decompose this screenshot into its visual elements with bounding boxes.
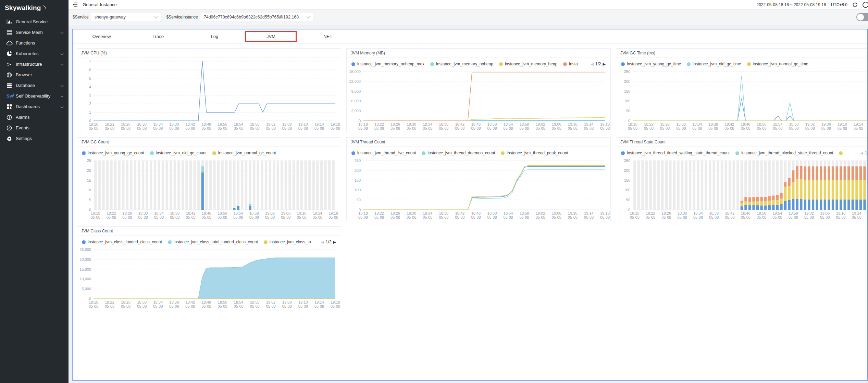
legend-item[interactable]: instance_jvm_thread_daemon_count: [422, 151, 495, 155]
svg-text:18:50: 18:50: [757, 122, 767, 126]
svg-text:19:02: 19:02: [265, 211, 275, 215]
legend-prev-icon[interactable]: ◀: [591, 62, 593, 66]
svg-text:05-08: 05-08: [201, 304, 211, 308]
legend-label: instance_jvm_memory_noheap_max: [357, 62, 424, 66]
tab-trace[interactable]: Trace: [130, 31, 186, 42]
svg-text:18:26: 18:26: [390, 211, 400, 215]
legend-dot-icon: [422, 151, 425, 155]
legend-item[interactable]: instance_jvm_thread_live_count: [351, 151, 416, 155]
svg-text:05-08: 05-08: [455, 126, 464, 130]
chart-plot-jvm-gc-count[interactable]: 051015202518:1805-0818:2205-0818:2605-08…: [77, 157, 340, 221]
svg-text:18:42: 18:42: [725, 122, 734, 126]
legend-item[interactable]: instance_jvm_normal_gc_count: [212, 151, 276, 155]
legend-next-icon[interactable]: ▶: [603, 62, 606, 66]
svg-text:250: 250: [624, 69, 630, 74]
legend-pagination: ◀1/2▶: [319, 240, 336, 244]
legend-dot-icon: [168, 240, 172, 244]
legend-item[interactable]: instance_jvm_memory_noheap_max: [351, 62, 424, 66]
svg-text:18:26: 18:26: [121, 122, 131, 126]
sidebar-item-alarms[interactable]: Alarms: [0, 112, 69, 123]
tab-net[interactable]: .NET: [299, 31, 356, 42]
legend-prev-icon[interactable]: ◀: [860, 151, 863, 155]
time-range-picker[interactable]: 2022-05-08 18:18 ~ 2022-05-08 19:18: [756, 2, 826, 7]
tab-jvm[interactable]: JVM: [245, 31, 297, 42]
sidebar-item-service-mesh[interactable]: Service Mesh: [0, 27, 69, 38]
sidebar-item-label: Database: [16, 83, 60, 88]
chart-card-jvm-thread-state-count: JVM Thread State Countinstance_jvm_threa…: [616, 137, 868, 221]
sidebar-item-functions[interactable]: Functions: [0, 38, 69, 48]
chevron-down-icon: [60, 104, 64, 109]
chart-plot-jvm-cpu[interactable]: 0123456718:1805-0818:2205-0818:2605-0818…: [77, 58, 340, 132]
svg-text:05-08: 05-08: [331, 304, 340, 308]
svg-text:05-08: 05-08: [390, 215, 400, 219]
svg-text:05-08: 05-08: [170, 215, 179, 219]
tab-overview[interactable]: Overview: [73, 31, 130, 42]
auto-refresh-toggle[interactable]: [856, 13, 868, 21]
svg-text:05-08: 05-08: [692, 126, 702, 130]
legend-item[interactable]: instance_jvm_old_gc_time: [687, 62, 741, 66]
chart-plot-jvm-thread-state-count[interactable]: 05010015020025018:1805-0818:2205-0818:26…: [616, 157, 868, 221]
svg-text:05-08: 05-08: [328, 215, 338, 219]
service-label: $Service: [73, 15, 89, 20]
legend-item[interactable]: instance_jvm_memory_noheap: [430, 62, 493, 66]
svg-text:19:10: 19:10: [298, 300, 308, 304]
collapse-sidebar-icon[interactable]: [73, 2, 78, 7]
chart-plot-jvm-class-count[interactable]: 05,00010,00015,00020,00025,00018:1805-08…: [77, 246, 340, 310]
chevron-down-icon: [60, 30, 64, 35]
legend-item[interactable]: instance_jvm_class_to: [264, 240, 311, 244]
legend-label: instance_jvm_class_to: [270, 240, 311, 244]
sidebar-item-events[interactable]: Events: [0, 123, 69, 133]
legend-item[interactable]: instance_jvm_young_gc_count: [82, 151, 144, 155]
svg-text:19:18: 19:18: [331, 300, 340, 304]
chart-plot-jvm-gc-time[interactable]: 05010015020025018:1805-0818:2205-0818:26…: [616, 68, 868, 132]
sidebar-item-label: Dashboards: [16, 104, 60, 109]
svg-text:200: 200: [624, 168, 630, 173]
instance-select[interactable]: 74d96c778c694c6b9b6322c62d55b765@192.168: [200, 13, 313, 22]
sidebar-item-browser[interactable]: Browser: [0, 69, 69, 80]
legend-item[interactable]: instance_jvm_normal_gc_time: [747, 62, 808, 66]
tab-log[interactable]: Log: [186, 31, 243, 42]
legend-item[interactable]: instance_jvm_old_gc_count: [150, 151, 207, 155]
refresh-icon[interactable]: [852, 2, 858, 8]
legend-item[interactable]: instance_jvm_class_total_loaded_class_co…: [168, 240, 258, 244]
sidebar-item-self-observability[interactable]: Sw)Self Observability: [0, 91, 69, 101]
sidebar-item-kubernetes[interactable]: Kubernetes: [0, 48, 69, 59]
legend-item[interactable]: instance_jvm_thread_peak_count: [501, 151, 568, 155]
cloud-icon: [7, 41, 16, 46]
sidebar-item-settings[interactable]: Settings: [0, 133, 69, 144]
timezone-label[interactable]: UTC+8:0: [831, 2, 847, 7]
legend-item[interactable]: instance_jvm_thread_blocked_state_thread…: [735, 151, 833, 155]
legend-item[interactable]: instance_jvm_thread_timed_waiting_state_…: [621, 151, 730, 155]
svg-text:2: 2: [89, 102, 91, 106]
svg-text:05-08: 05-08: [121, 304, 131, 308]
svg-text:18:38: 18:38: [439, 211, 449, 215]
sidebar-item-database[interactable]: Database: [0, 80, 69, 91]
legend-item[interactable]: insta: [563, 62, 578, 66]
legend-dot-icon: [82, 151, 86, 155]
sidebar-item-infrastructure[interactable]: Infrastructure: [0, 59, 69, 69]
chart-plot-jvm-memory[interactable]: 03,0006,0009,00012,00015,00018:1805-0818…: [347, 68, 610, 132]
legend-prev-icon[interactable]: ◀: [321, 240, 324, 244]
svg-text:18:54: 18:54: [234, 211, 243, 215]
sidebar-item-dashboards[interactable]: Dashboards: [0, 101, 69, 112]
legend-item[interactable]: instance_jvm_class_loaded_class_count: [82, 240, 162, 244]
legend-next-icon[interactable]: ▶: [333, 240, 336, 244]
sidebar-item-general-service[interactable]: General Service: [0, 16, 69, 27]
svg-text:18:50: 18:50: [487, 122, 497, 126]
legend-label: instance_jvm_old_gc_time: [693, 62, 741, 66]
app-logo[interactable]: Skywalking: [0, 0, 69, 16]
svg-text:18:50: 18:50: [487, 211, 497, 215]
legend-label: instance_jvm_thread_blocked_state_thread…: [741, 151, 833, 155]
svg-text:50: 50: [626, 198, 630, 202]
chevron-down-icon: [60, 93, 64, 99]
legend-item[interactable]: instance_jvm_young_gc_time: [621, 62, 681, 66]
legend-item[interactable]: [839, 151, 845, 155]
chart-plot-jvm-thread-count[interactable]: 05010015020025018:1805-0818:2205-0818:26…: [347, 157, 610, 221]
legend-item[interactable]: instance_jvm_memory_heap: [499, 62, 557, 66]
sidebar-item-label: Functions: [16, 40, 64, 46]
svg-text:200: 200: [624, 79, 630, 84]
service-select[interactable]: shenyu-gateway: [91, 13, 161, 22]
svg-text:5: 5: [89, 76, 91, 80]
clock-icon[interactable]: [863, 2, 868, 8]
svg-text:05-08: 05-08: [628, 126, 637, 130]
